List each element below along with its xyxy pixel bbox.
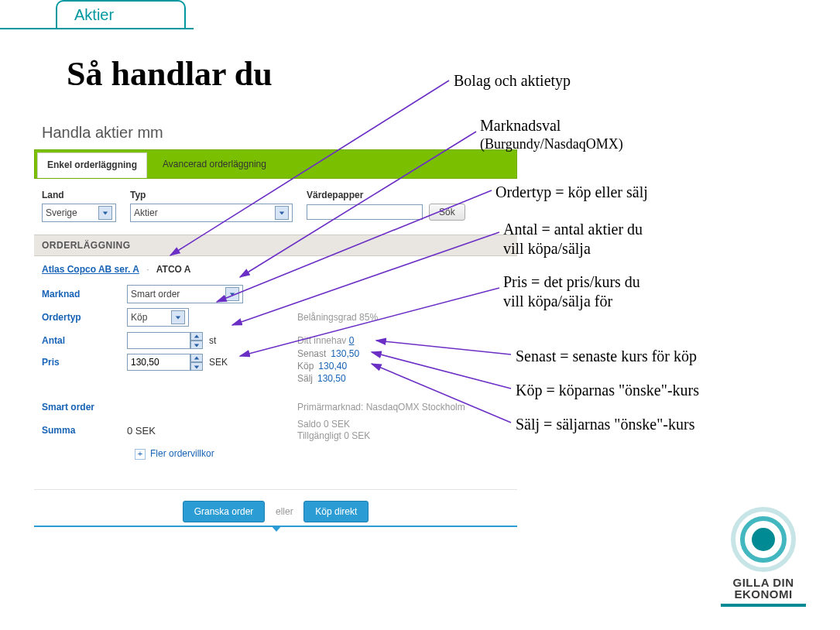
- header-tab-strip: Aktier: [0, 0, 194, 29]
- logo-rings-icon: [731, 507, 796, 572]
- svg-marker-6: [194, 356, 199, 359]
- kop-direkt-button[interactable]: Köp direkt: [303, 501, 369, 522]
- svg-marker-1: [279, 211, 284, 214]
- chevron-down-icon: [98, 206, 112, 220]
- chevron-down-icon: [225, 287, 239, 301]
- typ-value: Aktier: [134, 207, 158, 218]
- chevron-down-icon: [275, 206, 289, 220]
- kop-value: 130,40: [318, 361, 347, 371]
- senast-value: 130,50: [331, 348, 359, 359]
- tab-advanced-order[interactable]: Avancerad orderläggning: [153, 152, 276, 178]
- land-value: Sverige: [46, 207, 77, 218]
- primarmarknad-text: Primärmarknad: NasdaqOMX Stockholm: [297, 402, 465, 413]
- logo-gilla-din-ekonomi: GILLA DIN EKONOMI: [721, 507, 806, 608]
- annotation-marknadsval: Marknadsval (Burgundy/NasdaqOMX): [480, 116, 623, 153]
- svg-marker-0: [103, 211, 108, 214]
- svg-marker-5: [194, 344, 199, 347]
- salj-value: 130,50: [317, 373, 346, 384]
- ordertyp-select[interactable]: Köp: [127, 308, 189, 327]
- marknad-label: Marknad: [42, 289, 127, 300]
- pris-label: Pris: [42, 357, 127, 368]
- tab-aktier[interactable]: Aktier: [56, 0, 186, 28]
- annotation-bolag: Bolag och aktietyp: [454, 71, 571, 91]
- marknad-value: Smart order: [131, 289, 180, 300]
- page-title: Så handlar du: [67, 54, 273, 94]
- annotation-kop: Köp = köparnas "önske"-kurs: [516, 381, 699, 400]
- chevron-up-icon[interactable]: [190, 354, 203, 362]
- antal-label: Antal: [42, 335, 127, 346]
- summa-value: 0 SEK: [127, 425, 266, 437]
- notch-icon: [271, 526, 282, 532]
- innehav-text: Ditt innehav 0: [297, 335, 354, 346]
- action-separator: eller: [276, 506, 293, 517]
- ordertyp-value: Köp: [131, 312, 147, 323]
- belaning-text: Belåningsgrad 85%: [297, 312, 378, 323]
- action-bar: Granska order eller Köp direkt: [34, 489, 517, 527]
- smart-order-label: Smart order: [42, 402, 127, 413]
- chevron-down-icon: [171, 310, 185, 324]
- stock-ticker: ATCO A: [156, 264, 191, 275]
- innehav-link[interactable]: 0: [349, 335, 355, 346]
- order-mode-tabs: Enkel orderläggning Avancerad orderläggn…: [34, 149, 517, 179]
- marknad-select[interactable]: Smart order: [127, 285, 243, 303]
- pris-stepper[interactable]: [127, 354, 203, 371]
- logo-line2: EKONOMI: [721, 588, 806, 601]
- panel-header: Handla aktier mm: [42, 124, 517, 142]
- vardepapper-label: Värdepapper: [307, 190, 465, 200]
- typ-label: Typ: [130, 190, 293, 200]
- svg-marker-3: [176, 316, 180, 319]
- ordertyp-label: Ordertyp: [42, 312, 127, 323]
- annotation-salj: Sälj = säljarnas "önske"-kurs: [516, 415, 694, 434]
- pris-unit: SEK: [209, 357, 228, 368]
- stock-line: Atlas Copco AB ser. A · ATCO A: [34, 264, 517, 282]
- saldo-text: Saldo 0 SEK: [297, 419, 370, 430]
- svg-marker-7: [194, 365, 199, 368]
- stock-name-link[interactable]: Atlas Copco AB ser. A: [42, 264, 139, 275]
- tab-simple-order[interactable]: Enkel orderläggning: [37, 152, 147, 178]
- summa-label: Summa: [42, 425, 127, 436]
- plus-icon: +: [135, 449, 146, 460]
- granska-order-button[interactable]: Granska order: [183, 501, 266, 522]
- annotation-ordertyp: Ordertyp = köp eller sälj: [495, 183, 648, 202]
- svg-marker-2: [230, 293, 235, 296]
- annotation-pris: Pris = det pris/kurs du vill köpa/sälja …: [503, 272, 640, 311]
- land-label: Land: [42, 190, 116, 200]
- tillgangligt-text: Tillgängligt 0 SEK: [297, 430, 370, 442]
- fler-ordervillkor-link[interactable]: +Fler ordervillkor: [135, 448, 509, 460]
- pris-input[interactable]: [127, 354, 190, 371]
- search-filters: Land Sverige Typ Aktier Värdepapper Sök: [34, 179, 517, 230]
- chevron-up-icon[interactable]: [190, 332, 203, 341]
- annotation-antal: Antal = antal aktier du vill köpa/sälja: [503, 220, 643, 259]
- antal-stepper[interactable]: [127, 332, 203, 349]
- land-select[interactable]: Sverige: [42, 204, 116, 222]
- typ-select[interactable]: Aktier: [130, 204, 293, 222]
- chevron-down-icon[interactable]: [190, 341, 203, 349]
- svg-marker-4: [194, 334, 199, 337]
- trading-panel: Handla aktier mm Enkel orderläggning Ava…: [34, 124, 517, 527]
- vardepapper-input[interactable]: [307, 204, 423, 220]
- logo-line1: GILLA DIN: [721, 577, 806, 589]
- section-orderlaggning: ORDERLÄGGNING: [34, 235, 517, 256]
- chevron-down-icon[interactable]: [190, 362, 203, 371]
- antal-unit: st: [209, 335, 216, 346]
- annotation-senast: Senast = senaste kurs för köp: [516, 347, 697, 366]
- antal-input[interactable]: [127, 332, 190, 349]
- sok-button[interactable]: Sök: [429, 204, 465, 221]
